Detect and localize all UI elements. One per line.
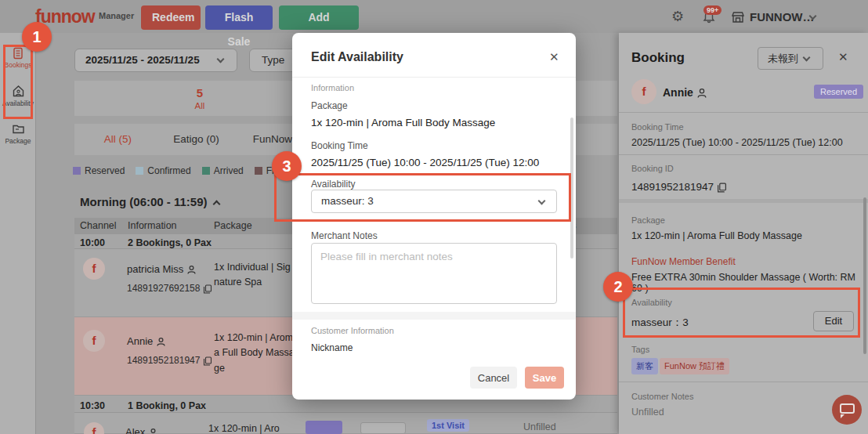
- add-booking-button[interactable]: Add Booking: [279, 5, 359, 30]
- date-range-value: 2025/11/25 - 2025/11/25: [85, 54, 200, 66]
- group-summary: 2 Bookings, 0 Pax: [128, 237, 212, 248]
- annotation-box-2: [623, 288, 860, 338]
- cancel-button[interactable]: Cancel: [470, 367, 517, 389]
- group-time: 10:00: [80, 237, 105, 248]
- customer-notes-label: Customer Notes: [631, 392, 693, 401]
- customer-name: patricia Miss: [127, 263, 197, 275]
- modal-title: Edit Availability: [311, 50, 403, 64]
- col-channel: Channel: [80, 220, 117, 231]
- top-bar: funnow Manager Redeem Flash Sale Add Boo…: [0, 0, 868, 33]
- information-section-label: Information: [311, 83, 354, 92]
- morning-section-header[interactable]: Morning (06:00 - 11:59): [80, 195, 219, 208]
- panel-close-icon[interactable]: ✕: [838, 50, 848, 64]
- modal-close-icon[interactable]: ✕: [549, 50, 559, 64]
- merchant-notes-input[interactable]: [311, 243, 557, 304]
- person-icon[interactable]: [156, 335, 166, 347]
- flash-sale-button[interactable]: Flash Sale: [205, 5, 273, 30]
- finished-color-swatch: [255, 167, 262, 175]
- col-package: Package: [214, 220, 252, 231]
- customer-name: Annie: [127, 335, 166, 347]
- divider: [619, 154, 868, 155]
- manager-label: Manager: [99, 11, 134, 20]
- booking-time-label: Booking Time: [311, 140, 368, 151]
- legend-confirmed: Confirmed: [136, 165, 190, 176]
- funnow-channel-icon: f: [83, 258, 105, 280]
- confirmed-color-swatch: [136, 167, 143, 175]
- reserved-color-swatch: [73, 167, 81, 175]
- copy-icon[interactable]: [203, 283, 212, 294]
- group-summary: 1 Booking, 0 Pax: [128, 400, 206, 411]
- package-cell: 1x 120-min | Aroma Full Body Massage: [214, 331, 295, 376]
- stats-count: 5: [190, 86, 209, 99]
- annotation-circle-2: 2: [603, 272, 633, 302]
- tab-eatigo[interactable]: Eatigo (0): [155, 124, 237, 155]
- package-label: Package: [631, 215, 665, 225]
- date-chevron-down-icon: [217, 56, 225, 63]
- funnow-channel-icon: f: [83, 330, 105, 352]
- booking-time-label: Booking Time: [631, 122, 684, 132]
- morning-section-title: Morning (06:00 - 11:59): [80, 195, 208, 208]
- section-gap: [292, 312, 576, 320]
- chat-support-button[interactable]: ···: [832, 395, 862, 425]
- stats-count-label[interactable]: All: [186, 101, 213, 110]
- package-value: 1x 120-min | Aroma Full Body Massage: [631, 230, 802, 241]
- booking-time-value: 2025/11/25 (Tue) 10:00 - 2025/11/25 (Tue…: [311, 157, 539, 168]
- panel-title: Booking: [631, 50, 685, 66]
- tag-new-customer: 新客: [631, 358, 658, 374]
- notification-count-badge: 99+: [703, 5, 722, 15]
- row-notes: Unfilled: [523, 421, 556, 432]
- annotation-circle-3: 3: [272, 151, 302, 181]
- funnow-channel-icon: f: [84, 422, 104, 434]
- customer-information-section-label: Customer Information: [311, 326, 394, 335]
- booking-status-value: 未報到: [768, 52, 798, 64]
- first-visit-badge: 1st Visit: [427, 419, 469, 432]
- account-name[interactable]: FUNNOW…: [750, 10, 815, 24]
- status-chevron-down-icon: [803, 54, 811, 62]
- date-range-dropdown[interactable]: 2025/11/25 - 2025/11/25: [74, 49, 237, 72]
- arrived-color-swatch: [202, 167, 210, 175]
- tag-funnow-gift: FunNow 預訂禮: [660, 358, 729, 374]
- member-benefit-label: FunNow Member Benefit: [631, 256, 736, 267]
- person-icon[interactable]: [148, 426, 158, 434]
- funnow-channel-icon: f: [631, 79, 656, 104]
- legend-reserved: Reserved: [73, 165, 125, 176]
- booking-id: 14891927692158: [127, 283, 212, 294]
- save-button[interactable]: Save: [525, 367, 564, 389]
- sidebar-item-package[interactable]: Package: [0, 122, 36, 145]
- col-information: Information: [128, 220, 177, 231]
- person-icon[interactable]: [696, 86, 707, 99]
- divider: [619, 112, 868, 113]
- customer-name: Alex: [125, 426, 158, 434]
- collapse-chevron-up-icon: [212, 201, 220, 208]
- settings-gear-icon[interactable]: ⚙: [671, 8, 684, 25]
- copy-icon[interactable]: [717, 181, 727, 193]
- booking-id-value: 14891952181947: [631, 181, 727, 193]
- customer-notes-value: Unfilled: [631, 407, 664, 418]
- annotation-circle-1: 1: [22, 22, 52, 52]
- package-label: Package: [311, 100, 348, 111]
- sidebar-label-package: Package: [0, 137, 36, 145]
- section-gap: [619, 199, 868, 203]
- annotation-box-3: [274, 173, 571, 222]
- copy-icon[interactable]: [203, 355, 212, 366]
- status-reserved-button[interactable]: [306, 421, 342, 434]
- reserved-status-badge: Reserved: [814, 85, 863, 99]
- booking-status-dropdown[interactable]: 未報到: [758, 47, 823, 70]
- merchant-notes-label: Merchant Notes: [311, 230, 378, 241]
- nickname-label: Nickname: [311, 342, 353, 353]
- group-time: 10:30: [80, 400, 105, 411]
- tags-label: Tags: [631, 345, 649, 354]
- row-action-button[interactable]: [360, 422, 406, 434]
- tab-all[interactable]: All (5): [81, 124, 155, 155]
- package-cell: 1x 120-min | Aro: [208, 421, 290, 434]
- type-dropdown-label: Type: [262, 54, 284, 66]
- booking-id: 14891952181947: [127, 355, 212, 366]
- package-cell: 1x Individual | Signature Spa: [214, 260, 295, 291]
- booking-time-value: 2025/11/25 (Tue) 10:00 - 2025/11/25 (Tue…: [631, 137, 843, 148]
- chat-bubble-tail: [841, 414, 844, 418]
- panel-scrollbar[interactable]: [863, 197, 866, 354]
- booking-detail-panel: Booking 未報到 ✕ f Annie Reserved Booking T…: [619, 33, 868, 434]
- redeem-button[interactable]: Redeem: [141, 5, 201, 30]
- app-screen: funnow Manager Redeem Flash Sale Add Boo…: [0, 0, 868, 434]
- person-icon[interactable]: [186, 263, 197, 275]
